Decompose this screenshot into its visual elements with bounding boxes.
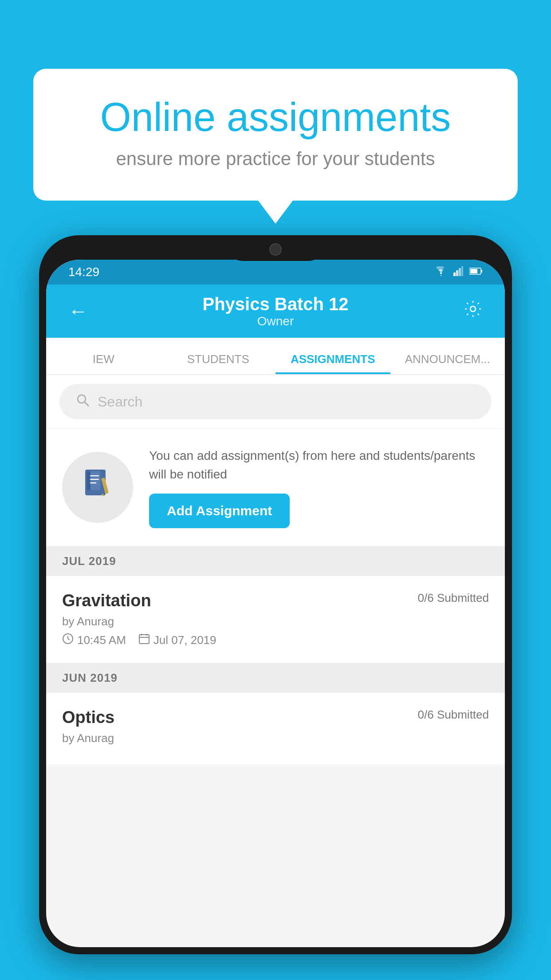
tab-assignments[interactable]: ASSIGNMENTS <box>276 352 390 374</box>
assignment-item-gravitation[interactable]: Gravitation 0/6 Submitted by Anurag 10:4… <box>46 576 505 663</box>
clock-icon <box>62 633 74 648</box>
svg-rect-0 <box>453 273 456 276</box>
status-icons <box>435 266 483 278</box>
search-bar[interactable]: Search <box>59 384 492 419</box>
bubble-subtitle: ensure more practice for your students <box>64 148 487 170</box>
signal-icon <box>453 266 463 278</box>
svg-rect-19 <box>139 635 149 644</box>
meta-time: 10:45 AM <box>62 633 126 648</box>
svg-rect-1 <box>456 270 458 276</box>
assignment-item-top: Gravitation 0/6 Submitted <box>62 591 489 610</box>
header-title-block: Physics Batch 12 Owner <box>202 294 348 328</box>
add-assignment-banner: You can add assignment(s) from here and … <box>46 429 505 546</box>
assignment-item-top-optics: Optics 0/6 Submitted <box>62 708 489 727</box>
phone-frame: 14:29 <box>39 235 512 954</box>
phone-notch <box>227 235 324 261</box>
add-assignment-button[interactable]: Add Assignment <box>149 494 290 528</box>
app-header: ← Physics Batch 12 Owner <box>46 285 505 338</box>
assignment-submitted: 0/6 Submitted <box>418 591 489 605</box>
status-bar: 14:29 <box>46 260 505 285</box>
section-header-jul: JUL 2019 <box>46 546 505 576</box>
phone-screen: 14:29 <box>46 260 505 947</box>
assignment-meta: 10:45 AM Jul 07, 2019 <box>62 633 489 648</box>
front-camera <box>269 243 282 256</box>
assignment-description: You can add assignment(s) from here and … <box>149 447 489 484</box>
tab-announcements[interactable]: ANNOUNCEM... <box>390 352 505 374</box>
svg-point-8 <box>78 395 86 403</box>
svg-rect-5 <box>481 270 482 273</box>
assignment-info: You can add assignment(s) from here and … <box>149 447 489 528</box>
assignment-notebook-icon <box>80 466 115 509</box>
assignment-item-optics[interactable]: Optics 0/6 Submitted by Anurag <box>46 693 505 765</box>
tab-iew[interactable]: IEW <box>46 352 161 374</box>
wifi-icon <box>435 266 447 278</box>
search-icon <box>75 393 90 411</box>
assignment-name-optics: Optics <box>62 708 114 727</box>
bubble-title: Online assignments <box>64 95 487 139</box>
speech-bubble: Online assignments ensure more practice … <box>33 69 518 201</box>
search-container: Search <box>46 375 505 429</box>
back-button[interactable]: ← <box>68 300 88 322</box>
settings-icon[interactable] <box>463 299 483 323</box>
status-time: 14:29 <box>68 265 99 279</box>
battery-icon <box>469 267 483 277</box>
svg-rect-3 <box>461 266 463 276</box>
svg-point-7 <box>470 306 476 312</box>
section-header-jun: JUN 2019 <box>46 663 505 693</box>
svg-rect-2 <box>459 268 461 276</box>
meta-date: Jul 07, 2019 <box>138 633 216 648</box>
assignment-name: Gravitation <box>62 591 151 610</box>
svg-rect-6 <box>470 269 477 273</box>
batch-role: Owner <box>202 314 348 328</box>
calendar-icon <box>138 633 150 648</box>
assignment-icon-circle <box>62 452 133 523</box>
tabs-bar: IEW STUDENTS ASSIGNMENTS ANNOUNCEM... <box>46 338 505 375</box>
svg-line-9 <box>85 402 89 406</box>
promo-card: Online assignments ensure more practice … <box>33 69 518 201</box>
assignment-submitted-optics: 0/6 Submitted <box>418 708 489 722</box>
search-placeholder: Search <box>98 394 142 410</box>
assignment-by-optics: by Anurag <box>62 731 489 745</box>
batch-title: Physics Batch 12 <box>202 294 348 314</box>
assignment-by: by Anurag <box>62 615 489 628</box>
tab-students[interactable]: STUDENTS <box>161 352 276 374</box>
svg-rect-12 <box>87 471 91 490</box>
